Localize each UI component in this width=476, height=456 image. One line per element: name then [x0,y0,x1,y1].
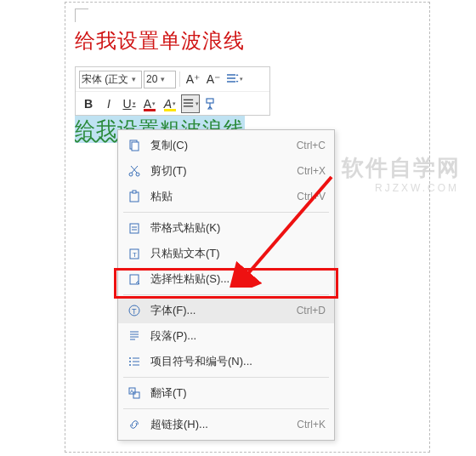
paste-format-icon [125,220,144,236]
chevron-down-icon: ▾ [152,100,156,107]
menu-separator [123,377,329,378]
align-button[interactable]: ▾ [181,94,200,113]
italic-button[interactable]: I [99,94,118,113]
bold-button[interactable]: B [79,94,98,113]
chevron-down-icon: ▾ [128,75,139,83]
menu-label: 超链接(H)... [150,417,297,432]
bullets-icon [125,354,144,369]
divider [179,71,180,87]
svg-point-13 [129,357,131,359]
svg-text:A: A [130,389,133,394]
menu-item-hyperlink[interactable]: 超链接(H)... Ctrl+K [118,412,334,437]
menu-separator [123,408,329,409]
svg-text:T: T [132,307,137,316]
menu-label: 翻译(T) [150,385,326,401]
menu-label: 只粘贴文本(T) [150,246,326,261]
highlight-button[interactable]: A▾ [161,94,179,113]
chevron-down-icon: ▾ [240,76,243,83]
text-line-1[interactable]: 给我设置单波浪线 [75,27,245,54]
menu-item-translate[interactable]: A 翻译(T) [118,380,334,406]
context-menu: 复制(C) Ctrl+C 剪切(T) Ctrl+X 粘贴 Ctrl+V 带格式粘… [117,129,335,441]
menu-label: 带格式粘贴(K) [150,220,326,236]
menu-label: 选择性粘贴(S)... [150,271,326,287]
svg-point-15 [129,364,131,366]
line-spacing-icon [225,72,239,86]
menu-label: 字体(F)... [150,303,297,318]
svg-rect-7 [130,224,139,233]
watermark-text: 软件自学网 [342,153,461,183]
paste-special-icon [125,271,144,287]
font-name-value: 宋体 (正文 [82,72,128,87]
chevron-down-icon: ▾ [133,100,136,107]
menu-shortcut: Ctrl+V [297,191,326,202]
color-swatch [144,109,156,111]
font-icon: T [125,303,144,318]
svg-text:T: T [133,251,137,259]
paste-text-icon: T [125,246,144,261]
page-corner-mark [75,9,88,22]
increase-font-button[interactable]: A⁺ [184,70,202,88]
translate-icon: A [125,385,144,401]
underline-button[interactable]: U▾ [120,94,139,113]
chevron-down-icon: ▾ [196,100,199,107]
line-spacing-button[interactable]: ▾ [224,70,243,88]
svg-rect-0 [207,99,213,103]
svg-rect-5 [130,192,139,202]
menu-item-paste-text[interactable]: T 只粘贴文本(T) [118,241,334,266]
menu-item-copy[interactable]: 复制(C) Ctrl+C [118,133,334,158]
menu-shortcut: Ctrl+X [297,165,326,177]
menu-label: 剪切(T) [150,163,297,179]
chevron-down-icon: ▾ [173,100,176,107]
format-painter-button[interactable] [201,94,220,113]
mini-format-toolbar: 宋体 (正文 ▾ 20 ▾ A⁺ A⁻ ▾ B I U▾ A▾ A▾ ▾ [75,66,270,116]
watermark-subtext: RJZXW.COM [375,182,459,194]
font-name-select[interactable]: 宋体 (正文 ▾ [79,71,142,88]
menu-item-cut[interactable]: 剪切(T) Ctrl+X [118,158,334,184]
decrease-font-button[interactable]: A⁻ [204,70,223,88]
menu-item-paste[interactable]: 粘贴 Ctrl+V [118,184,334,209]
svg-rect-10 [130,275,139,284]
menu-label: 粘贴 [150,189,297,204]
svg-point-3 [129,173,133,176]
document-content: 给我设置单波浪线 [75,9,245,54]
chevron-down-icon: ▾ [157,75,167,83]
font-color-button[interactable]: A▾ [140,94,159,113]
menu-shortcut: Ctrl+C [297,140,326,151]
svg-rect-17 [133,392,139,398]
menu-item-font[interactable]: T 字体(F)... Ctrl+D [118,298,334,323]
menu-item-paste-format[interactable]: 带格式粘贴(K) [118,215,334,241]
copy-icon [125,138,144,153]
svg-point-4 [136,173,139,176]
menu-label: 项目符号和编号(N)... [150,354,326,369]
menu-item-paste-special[interactable]: 选择性粘贴(S)... [118,266,334,292]
paste-icon [125,189,144,204]
format-painter-icon [204,97,218,111]
font-size-value: 20 [146,73,157,85]
cut-icon [125,163,144,179]
menu-item-paragraph[interactable]: 段落(P)... [118,323,334,349]
align-icon [182,97,195,111]
font-size-select[interactable]: 20 ▾ [144,71,176,88]
highlight-swatch [164,109,176,111]
menu-separator [123,294,329,295]
paragraph-icon [125,328,144,344]
menu-item-bullets[interactable]: 项目符号和编号(N)... [118,349,334,374]
svg-rect-2 [132,142,139,151]
menu-label: 段落(P)... [150,328,326,344]
svg-rect-6 [133,191,136,193]
menu-shortcut: Ctrl+D [297,305,326,316]
menu-label: 复制(C) [150,138,297,153]
menu-separator [123,212,329,213]
menu-shortcut: Ctrl+K [297,419,326,430]
svg-point-14 [129,361,131,362]
link-icon [125,417,144,432]
